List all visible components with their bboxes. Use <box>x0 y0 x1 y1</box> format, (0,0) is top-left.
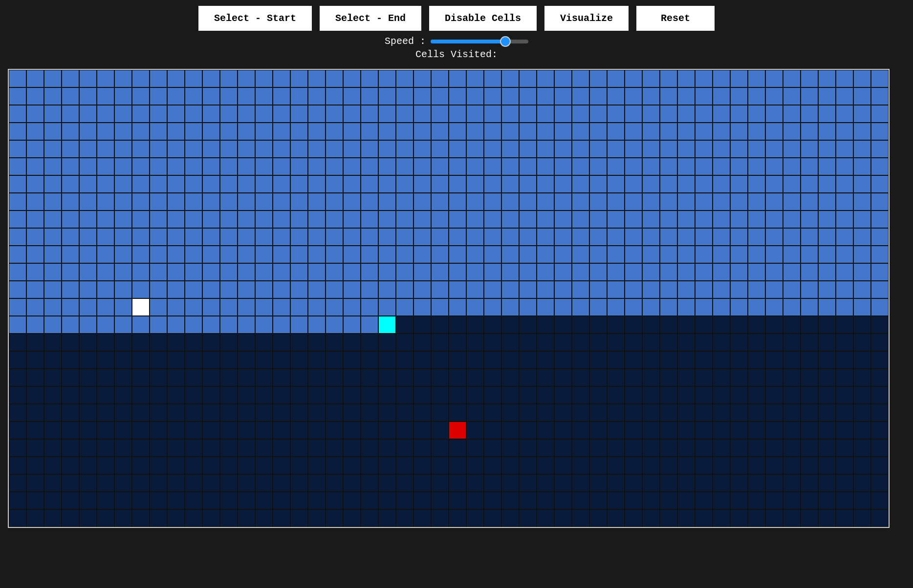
table-row[interactable] <box>255 210 273 228</box>
table-row[interactable] <box>713 351 730 369</box>
table-row[interactable] <box>308 87 326 105</box>
table-row[interactable] <box>748 457 765 474</box>
table-row[interactable] <box>79 228 97 246</box>
table-row[interactable] <box>431 105 449 123</box>
table-row[interactable] <box>378 281 396 298</box>
table-row[interactable] <box>150 87 167 105</box>
table-row[interactable] <box>572 351 589 369</box>
table-row[interactable] <box>695 298 713 316</box>
table-row[interactable] <box>343 386 361 404</box>
table-row[interactable] <box>713 509 730 527</box>
table-row[interactable] <box>132 246 150 263</box>
table-row[interactable] <box>818 140 836 158</box>
table-row[interactable] <box>114 386 132 404</box>
table-row[interactable] <box>853 158 871 175</box>
table-row[interactable] <box>431 421 449 439</box>
table-row[interactable] <box>238 246 255 263</box>
table-row[interactable] <box>167 158 185 175</box>
table-row[interactable] <box>308 457 326 474</box>
table-row[interactable] <box>326 175 343 193</box>
table-row[interactable] <box>871 316 889 334</box>
table-row[interactable] <box>765 316 783 334</box>
table-row[interactable] <box>273 140 290 158</box>
table-row[interactable] <box>589 246 607 263</box>
table-row[interactable] <box>519 175 537 193</box>
table-row[interactable] <box>853 263 871 281</box>
table-row[interactable] <box>554 509 572 527</box>
table-row[interactable] <box>255 509 273 527</box>
table-row[interactable] <box>132 474 150 492</box>
table-row[interactable] <box>572 158 589 175</box>
table-row[interactable] <box>642 386 660 404</box>
table-row[interactable] <box>79 316 97 334</box>
table-row[interactable] <box>308 474 326 492</box>
table-row[interactable] <box>238 70 255 87</box>
table-row[interactable] <box>554 210 572 228</box>
table-row[interactable] <box>308 421 326 439</box>
table-row[interactable] <box>818 369 836 386</box>
table-row[interactable] <box>378 316 396 334</box>
table-row[interactable] <box>114 334 132 351</box>
table-row[interactable] <box>255 158 273 175</box>
table-row[interactable] <box>44 193 62 210</box>
table-row[interactable] <box>765 210 783 228</box>
table-row[interactable] <box>431 404 449 421</box>
table-row[interactable] <box>185 70 202 87</box>
table-row[interactable] <box>167 87 185 105</box>
table-row[interactable] <box>642 439 660 457</box>
table-row[interactable] <box>677 105 695 123</box>
table-row[interactable] <box>554 316 572 334</box>
table-row[interactable] <box>484 474 501 492</box>
table-row[interactable] <box>466 246 484 263</box>
table-row[interactable] <box>537 421 554 439</box>
table-row[interactable] <box>150 351 167 369</box>
table-row[interactable] <box>167 474 185 492</box>
table-row[interactable] <box>519 439 537 457</box>
table-row[interactable] <box>801 386 818 404</box>
table-row[interactable] <box>308 334 326 351</box>
table-row[interactable] <box>97 334 114 351</box>
table-row[interactable] <box>484 228 501 246</box>
table-row[interactable] <box>801 492 818 509</box>
table-row[interactable] <box>62 210 79 228</box>
table-row[interactable] <box>695 316 713 334</box>
table-row[interactable] <box>167 386 185 404</box>
table-row[interactable] <box>132 421 150 439</box>
table-row[interactable] <box>326 334 343 351</box>
table-row[interactable] <box>765 474 783 492</box>
table-row[interactable] <box>836 439 853 457</box>
table-row[interactable] <box>326 87 343 105</box>
table-row[interactable] <box>519 316 537 334</box>
table-row[interactable] <box>818 492 836 509</box>
table-row[interactable] <box>44 228 62 246</box>
table-row[interactable] <box>695 509 713 527</box>
table-row[interactable] <box>396 70 413 87</box>
table-row[interactable] <box>589 263 607 281</box>
table-row[interactable] <box>343 404 361 421</box>
table-row[interactable] <box>836 404 853 421</box>
table-row[interactable] <box>273 228 290 246</box>
table-row[interactable] <box>748 334 765 351</box>
table-row[interactable] <box>484 351 501 369</box>
table-row[interactable] <box>114 457 132 474</box>
table-row[interactable] <box>238 158 255 175</box>
table-row[interactable] <box>642 316 660 334</box>
table-row[interactable] <box>343 263 361 281</box>
table-row[interactable] <box>343 316 361 334</box>
table-row[interactable] <box>642 492 660 509</box>
table-row[interactable] <box>290 351 308 369</box>
table-row[interactable] <box>431 210 449 228</box>
table-row[interactable] <box>801 246 818 263</box>
table-row[interactable] <box>97 369 114 386</box>
table-row[interactable] <box>185 87 202 105</box>
table-row[interactable] <box>484 457 501 474</box>
table-row[interactable] <box>572 492 589 509</box>
table-row[interactable] <box>607 281 625 298</box>
table-row[interactable] <box>273 334 290 351</box>
table-row[interactable] <box>853 246 871 263</box>
table-row[interactable] <box>449 175 466 193</box>
table-row[interactable] <box>660 210 677 228</box>
table-row[interactable] <box>853 210 871 228</box>
table-row[interactable] <box>818 210 836 228</box>
table-row[interactable] <box>871 140 889 158</box>
